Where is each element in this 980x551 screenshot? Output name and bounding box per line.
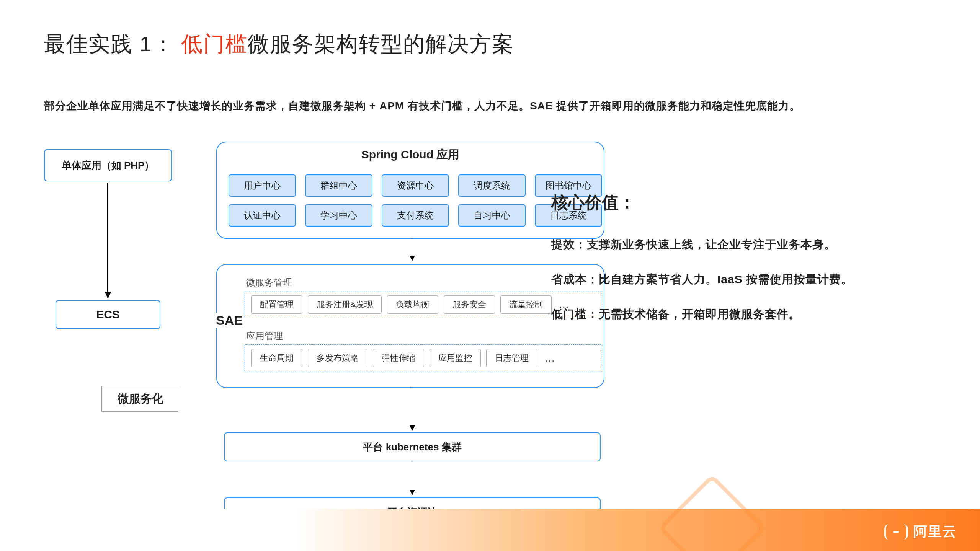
brand-text: 阿里云 xyxy=(913,522,957,541)
chip-spring-item: 资源中心 xyxy=(382,174,449,197)
chip-spring-item: 用户中心 xyxy=(229,174,296,197)
chip-spring-item: 学习中心 xyxy=(305,204,372,227)
chip-spring-item: 自习中心 xyxy=(458,204,526,227)
core-value-heading: 核心价值： xyxy=(551,191,926,214)
title-highlight: 低门槛 xyxy=(181,32,248,56)
chip-sae-ms-item: 负载均衡 xyxy=(387,295,438,314)
brand-bracket-icon xyxy=(884,524,908,540)
slide-subtitle: 部分企业单体应用满足不了快速增长的业务需求，自建微服务架构 + APM 有技术门… xyxy=(44,99,936,113)
arrow-microservice-label: 微服务化 xyxy=(101,386,179,412)
chip-sae-ms-item: 流量控制 xyxy=(500,295,552,314)
brand-logo: 阿里云 xyxy=(884,522,957,541)
footer-band: 阿里云 xyxy=(0,509,980,551)
bullet-body: 无需技术储备，开箱即用微服务套件。 xyxy=(599,308,800,320)
sae-section-microservice-label: 微服务管理 xyxy=(246,276,292,289)
box-ecs-label: ECS xyxy=(96,308,120,321)
chip-sae-ms-item: 配置管理 xyxy=(251,295,302,314)
arrow-spring-to-sae xyxy=(412,238,412,260)
chip-sae-app-item: 多发布策略 xyxy=(308,349,368,367)
arrow-k8s-to-pool xyxy=(412,461,412,494)
bullet-body: 支撑新业务快速上线，让企业专注于业务本身。 xyxy=(587,238,836,251)
box-k8s-cluster: 平台 kubernetes 集群 xyxy=(224,432,601,461)
panel-sae-label: SAE xyxy=(214,313,245,328)
arrow-sae-to-k8s xyxy=(412,388,412,430)
bullet-body: 比自建方案节省人力。IaaS 按需使用按量计费。 xyxy=(599,273,853,285)
sae-microservice-row: 配置管理 服务注册&发现 负载均衡 服务安全 流量控制 … xyxy=(245,291,602,318)
title-suffix: 微服务架构转型的解决方案 xyxy=(248,32,514,56)
bullet-lead: 低门槛： xyxy=(551,308,599,320)
title-prefix: 最佳实践 1： xyxy=(44,32,181,56)
sae-section-app-label: 应用管理 xyxy=(246,330,283,342)
footer-decoration-icon xyxy=(658,474,766,551)
chip-sae-app-item: 生命周期 xyxy=(251,349,302,367)
arrow-monolith-to-ecs xyxy=(107,183,108,298)
arrow-head-icon xyxy=(178,379,205,417)
core-bullet: 提效：支撑新业务快速上线，让企业专注于业务本身。 xyxy=(551,237,926,253)
sae-app-row: 生命周期 多发布策略 弹性伸缩 应用监控 日志管理 … xyxy=(245,344,602,372)
box-k8s-label: 平台 kubernetes 集群 xyxy=(363,440,461,454)
panel-sae: SAE 微服务管理 配置管理 服务注册&发现 负载均衡 服务安全 流量控制 … … xyxy=(216,264,604,388)
chip-spring-item: 群组中心 xyxy=(305,174,372,197)
panel-spring-cloud: Spring Cloud 应用 用户中心 群组中心 资源中心 调度系统 图书馆中… xyxy=(216,142,604,239)
ellipsis-icon: … xyxy=(544,352,555,364)
box-monolith-app: 单体应用（如 PHP） xyxy=(44,149,172,181)
chip-spring-item: 支付系统 xyxy=(382,204,449,227)
core-value-section: 核心价值： 提效：支撑新业务快速上线，让企业专注于业务本身。 省成本：比自建方案… xyxy=(551,191,926,341)
chip-sae-ms-item: 服务安全 xyxy=(444,295,495,314)
chip-sae-app-item: 应用监控 xyxy=(430,349,481,367)
slide: 最佳实践 1： 低门槛微服务架构转型的解决方案 部分企业单体应用满足不了快速增长… xyxy=(0,0,980,551)
arrow-microservice-transition: 微服务化 xyxy=(101,379,209,417)
core-bullet: 低门槛：无需技术储备，开箱即用微服务套件。 xyxy=(551,306,926,322)
architecture-diagram: 单体应用（如 PHP） ECS 微服务化 Spring Cloud 应用 用户中… xyxy=(44,142,618,478)
core-bullet: 省成本：比自建方案节省人力。IaaS 按需使用按量计费。 xyxy=(551,272,926,287)
chip-sae-app-item: 日志管理 xyxy=(486,349,537,367)
chip-spring-item: 调度系统 xyxy=(458,174,526,197)
box-ecs: ECS xyxy=(56,300,160,329)
panel-spring-title: Spring Cloud 应用 xyxy=(217,147,604,163)
bullet-lead: 省成本： xyxy=(551,273,599,285)
bullet-lead: 提效： xyxy=(551,238,587,251)
box-monolith-label: 单体应用（如 PHP） xyxy=(62,159,155,172)
spring-items-grid: 用户中心 群组中心 资源中心 调度系统 图书馆中心 认证中心 学习中心 支付系统… xyxy=(229,174,602,227)
chip-sae-app-item: 弹性伸缩 xyxy=(373,349,424,367)
slide-title: 最佳实践 1： 低门槛微服务架构转型的解决方案 xyxy=(44,30,514,59)
chip-spring-item: 认证中心 xyxy=(229,204,296,227)
chip-sae-ms-item: 服务注册&发现 xyxy=(308,295,382,314)
